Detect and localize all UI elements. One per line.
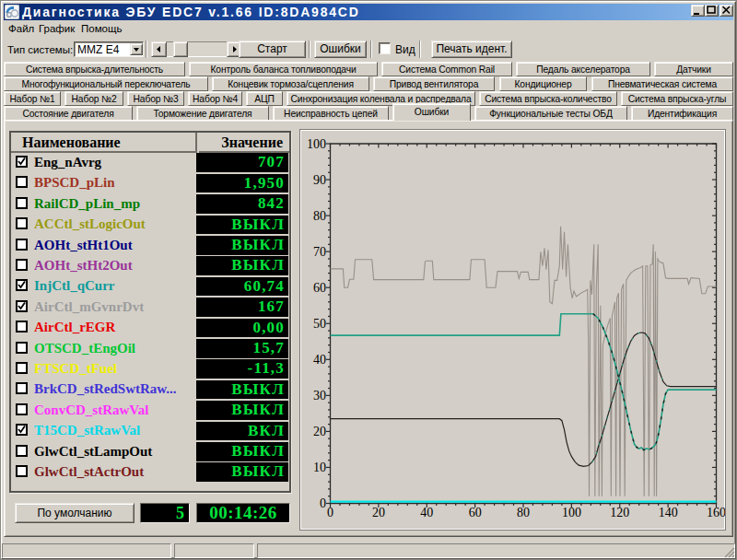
svg-text:60: 60 [313, 281, 326, 295]
svg-text:80: 80 [313, 209, 326, 223]
svg-text:20: 20 [313, 425, 326, 438]
svg-text:100: 100 [307, 137, 326, 151]
svg-text:90: 90 [313, 173, 326, 187]
svg-text:30: 30 [313, 389, 326, 402]
svg-text:0: 0 [327, 506, 333, 519]
svg-text:20: 20 [372, 506, 385, 519]
svg-text:40: 40 [420, 506, 433, 519]
svg-text:50: 50 [313, 317, 326, 331]
svg-text:80: 80 [517, 506, 530, 519]
svg-text:40: 40 [313, 353, 326, 367]
svg-text:100: 100 [562, 506, 581, 519]
svg-text:10: 10 [313, 461, 326, 474]
svg-text:160: 160 [707, 506, 725, 519]
svg-text:0: 0 [320, 496, 326, 510]
svg-text:60: 60 [469, 506, 482, 519]
svg-text:140: 140 [659, 506, 678, 519]
svg-text:120: 120 [610, 506, 629, 519]
svg-text:70: 70 [313, 245, 326, 259]
